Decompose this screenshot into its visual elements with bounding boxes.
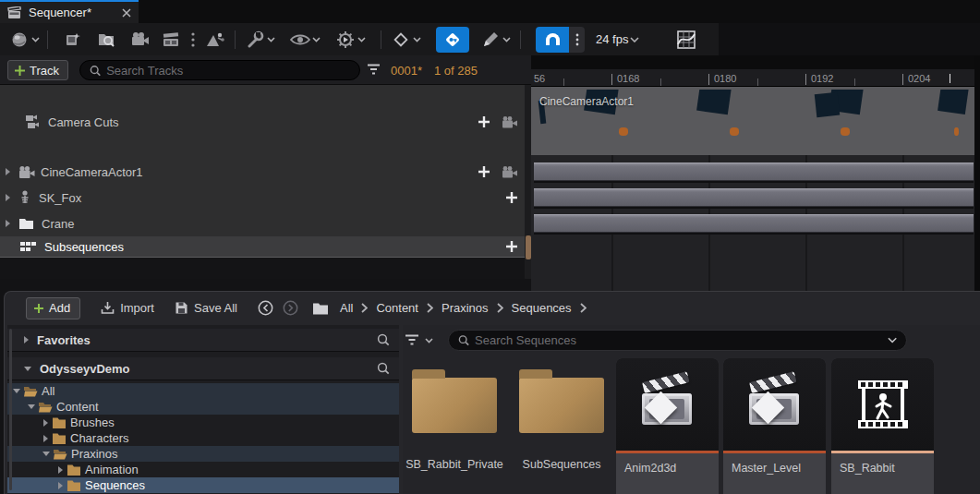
asset-card-master-level[interactable]: Master_Level: [723, 358, 826, 494]
tree-item-content[interactable]: Content: [7, 399, 399, 415]
chevron-down-icon[interactable]: [888, 337, 897, 343]
expand-arrow-icon[interactable]: [24, 336, 29, 343]
camera-icon[interactable]: [126, 27, 153, 53]
filmstrip-thumbnail[interactable]: [688, 90, 792, 151]
asset-card-sb-rabbit[interactable]: SB_Rabbit: [831, 358, 934, 494]
find-in-content-browser-icon[interactable]: [92, 27, 120, 53]
chevron-down-icon[interactable]: [31, 37, 40, 42]
chevron-down-icon[interactable]: [312, 37, 321, 42]
tree-item-sequences[interactable]: Sequences: [7, 477, 399, 493]
collapse-arrow-icon[interactable]: [24, 367, 31, 371]
actor-sequence-icon[interactable]: [201, 27, 229, 53]
wrench-icon[interactable]: [241, 27, 269, 53]
snap-options-button[interactable]: [569, 27, 585, 53]
asset-search-input[interactable]: [475, 333, 882, 347]
tree-item-praxinos[interactable]: Praxinos: [7, 446, 399, 462]
asset-search-box[interactable]: [448, 330, 907, 351]
filmstrip-thumbnail[interactable]: [924, 90, 974, 151]
track-row-crane[interactable]: Crane: [0, 213, 526, 234]
breadcrumb-all[interactable]: All: [340, 301, 353, 315]
snapping-group: [536, 27, 585, 53]
asset-card-anim2d3d[interactable]: Anim2d3d: [616, 358, 719, 494]
track-row-subsequences[interactable]: Subsequences: [0, 236, 526, 258]
chevron-down-icon[interactable]: [425, 338, 433, 343]
keyframe-diamond-icon[interactable]: [387, 27, 415, 53]
chevron-down-icon[interactable]: [630, 37, 639, 42]
camera-lock-button[interactable]: [500, 115, 518, 129]
folder-icon: [67, 479, 81, 491]
asset-name: Anim2d3d: [616, 453, 719, 475]
track-row-sk-fox[interactable]: SK_Fox: [0, 187, 526, 208]
add-section-button[interactable]: [478, 165, 490, 178]
collection-header[interactable]: OdysseyvDemo: [7, 357, 399, 380]
asset-name: SB_Rabbit_Private: [403, 458, 506, 471]
close-icon[interactable]: [122, 8, 131, 18]
collapse-arrow-icon[interactable]: [13, 389, 20, 393]
curve-editor-icon[interactable]: [672, 27, 700, 53]
chevron-down-icon[interactable]: [267, 37, 275, 42]
tab-sequencer[interactable]: Sequencer*: [0, 0, 139, 23]
breadcrumb-chevron-icon[interactable]: [580, 303, 587, 313]
world-outliner-icon[interactable]: [6, 27, 33, 53]
track-search-input[interactable]: [106, 64, 350, 78]
section-bar-crane[interactable]: [534, 214, 974, 233]
current-frame-value[interactable]: 0001*: [391, 64, 422, 78]
add-button[interactable]: Add: [26, 297, 80, 319]
vertical-dots-icon[interactable]: [185, 27, 201, 53]
tree-item-all[interactable]: All: [7, 383, 399, 399]
back-button[interactable]: [258, 300, 273, 316]
collapse-arrow-icon[interactable]: [42, 452, 50, 456]
camera-lock-button[interactable]: [500, 165, 518, 179]
chevron-down-icon[interactable]: [357, 37, 366, 42]
track-filter-icon[interactable]: [367, 64, 381, 76]
create-camera-icon[interactable]: [59, 27, 87, 53]
track-search-box[interactable]: [79, 60, 360, 80]
breadcrumb-sequences[interactable]: Sequences: [512, 301, 572, 315]
chevron-down-icon[interactable]: [413, 37, 421, 42]
search-icon[interactable]: [377, 333, 390, 346]
fps-value[interactable]: 24 fps: [596, 32, 628, 46]
cine-camera-icon: [17, 165, 35, 179]
ruler-tick-major: [611, 74, 612, 85]
view-options-icon[interactable]: [286, 27, 314, 53]
edit-pen-icon[interactable]: [477, 27, 504, 53]
add-section-button[interactable]: [478, 115, 490, 128]
snap-magnet-button[interactable]: [536, 27, 569, 53]
track-row-cinecameraactor1[interactable]: CineCameraActor1: [0, 162, 526, 182]
tree-item-animation[interactable]: Animation: [7, 462, 399, 477]
save-all-button[interactable]: Save All: [175, 301, 237, 315]
expand-arrow-icon[interactable]: [6, 194, 10, 201]
add-section-button[interactable]: [505, 191, 518, 204]
sources-scrollbar[interactable]: [9, 329, 12, 490]
expand-arrow-icon[interactable]: [43, 435, 48, 442]
expand-arrow-icon[interactable]: [6, 220, 10, 227]
clapperboard-icon[interactable]: [157, 27, 185, 53]
section-bar-cinecameraactor1[interactable]: [534, 163, 974, 181]
auto-key-button[interactable]: [436, 27, 469, 53]
breadcrumb-content[interactable]: Content: [376, 301, 418, 315]
filter-icon[interactable]: [405, 334, 419, 346]
tree-item-brushes[interactable]: Brushes: [7, 415, 399, 430]
content-browser-toolbar: Add Import Save All: [4, 293, 978, 323]
tree-item-characters[interactable]: Characters: [7, 430, 399, 446]
frame-range-value[interactable]: 1 of 285: [434, 64, 478, 78]
playback-options-icon[interactable]: [332, 27, 359, 53]
import-button[interactable]: Import: [101, 301, 154, 315]
breadcrumb-praxinos[interactable]: Praxinos: [442, 301, 489, 315]
favorites-header[interactable]: Favorites: [7, 329, 399, 352]
path-folder-icon[interactable]: [312, 302, 329, 315]
track-row-camera-cuts[interactable]: Camera Cuts: [0, 109, 526, 135]
collapse-arrow-icon[interactable]: [28, 404, 35, 409]
expand-arrow-icon[interactable]: [6, 168, 10, 175]
add-track-button[interactable]: Track: [7, 60, 68, 80]
section-bar-sk-fox[interactable]: [534, 188, 974, 207]
expand-arrow-icon[interactable]: [58, 482, 63, 489]
expand-arrow-icon[interactable]: [43, 419, 48, 427]
filmstrip-thumbnail[interactable]: [805, 90, 909, 151]
search-icon[interactable]: [377, 362, 390, 375]
expand-arrow-icon[interactable]: [58, 466, 63, 474]
chevron-down-icon[interactable]: [502, 37, 511, 42]
add-section-button[interactable]: [505, 240, 518, 253]
search-icon: [90, 65, 101, 77]
forward-button[interactable]: [283, 300, 298, 316]
